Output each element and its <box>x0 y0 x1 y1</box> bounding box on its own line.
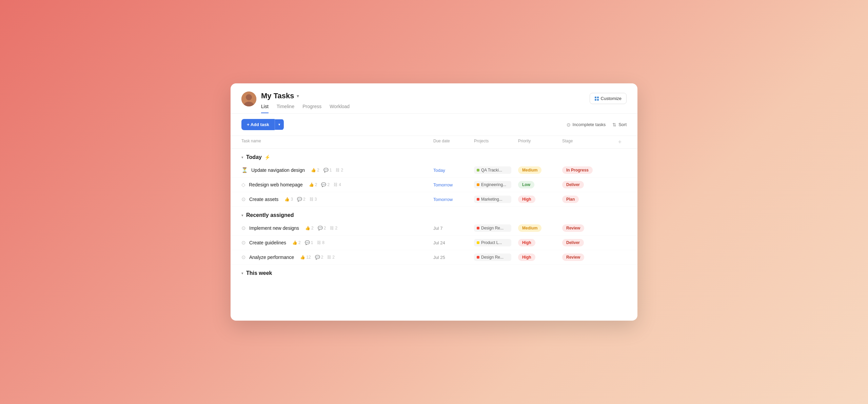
attachment-icon: ⛓ <box>336 168 340 173</box>
due-date-value: Tomorrow <box>433 197 453 202</box>
project-color-dot <box>477 183 479 186</box>
title-row: My Tasks ▾ <box>261 92 350 100</box>
task-name-cell: ⊙ Analyze performance 👍 12 💬 2 ⛓ 2 <box>241 254 433 260</box>
stage-badge: Review <box>562 224 584 232</box>
priority-cell: Medium <box>518 166 562 174</box>
stage-cell: Deliver <box>562 239 613 246</box>
attachment-icon: ⛓ <box>330 226 334 230</box>
tab-list[interactable]: List <box>261 104 269 113</box>
project-badge: Engineering... <box>474 181 511 188</box>
check-circle-icon: ⊙ <box>241 225 246 231</box>
add-task-button[interactable]: + Add task ▾ <box>241 119 284 130</box>
task-meta: 👍 2 💬 1 ⛓ 8 <box>292 240 324 245</box>
title-chevron-icon[interactable]: ▾ <box>297 93 299 99</box>
check-circle-icon: ⊙ <box>241 196 246 202</box>
toolbar-right: ⊙ Incomplete tasks ⇅ Sort <box>567 122 627 127</box>
task-name-cell: ⊙ Create assets 👍 3 💬 2 ⛓ 3 <box>241 196 433 202</box>
stage-badge: Deliver <box>562 239 584 246</box>
task-name-cell: ◇ Redesign web homepage 👍 2 💬 2 ⛓ 4 <box>241 182 433 188</box>
attachments-count: ⛓ 2 <box>336 168 343 173</box>
likes-count: 👍 2 <box>305 226 314 230</box>
tab-timeline[interactable]: Timeline <box>277 104 294 113</box>
task-row[interactable]: ⏳ Update navigation design 👍 2 💬 1 ⛓ 2 T… <box>231 163 637 178</box>
header-left: My Tasks ▾ List Timeline Progress Worklo… <box>241 92 350 113</box>
due-date-cell: Jul 24 <box>433 240 474 246</box>
add-task-dropdown-button[interactable]: ▾ <box>275 119 284 130</box>
task-name: Create guidelines <box>249 240 286 245</box>
sections-container: ▾ Today ⚡ ⏳ Update navigation design 👍 2… <box>231 149 637 279</box>
task-name: Create assets <box>249 197 278 202</box>
diamond-icon: ◇ <box>241 182 245 188</box>
customize-icon <box>595 97 599 101</box>
due-date-cell: Jul 25 <box>433 254 474 260</box>
section-this-week: ▾ This week <box>231 265 637 279</box>
task-name: Redesign web homepage <box>249 182 303 187</box>
due-date-cell: Tomorrow <box>433 196 474 202</box>
col-projects: Projects <box>474 139 518 146</box>
due-date-cell: Today <box>433 167 474 173</box>
project-name: Design Re... <box>481 226 504 230</box>
project-badge: Product L... <box>474 239 511 246</box>
thumbs-up-icon: 👍 <box>284 197 290 202</box>
sort-button[interactable]: ⇅ Sort <box>612 122 627 127</box>
section-toggle-today[interactable]: ▾ <box>241 155 243 160</box>
priority-cell: High <box>518 254 562 261</box>
stage-badge: In Progress <box>562 166 593 174</box>
tab-workload[interactable]: Workload <box>330 104 350 113</box>
priority-badge: Medium <box>518 166 541 174</box>
attachment-icon: ⛓ <box>327 255 331 260</box>
attachments-count: ⛓ 8 <box>317 240 324 245</box>
project-name: Product L... <box>481 240 502 245</box>
comments-count: 💬 2 <box>297 197 305 202</box>
task-row[interactable]: ⊙ Analyze performance 👍 12 💬 2 ⛓ 2 Jul 2… <box>231 250 637 265</box>
attachments-count: ⛓ 2 <box>330 226 337 230</box>
section-recently-assigned: ▾ Recently assigned ⊙ Implement new desi… <box>231 207 637 265</box>
task-row[interactable]: ⊙ Create guidelines 👍 2 💬 1 ⛓ 8 Jul 24 <box>231 236 637 250</box>
section-toggle-this-week[interactable]: ▾ <box>241 271 243 276</box>
incomplete-tasks-filter[interactable]: ⊙ Incomplete tasks <box>567 122 606 127</box>
task-name-cell: ⏳ Update navigation design 👍 2 💬 1 ⛓ 2 <box>241 167 433 173</box>
task-row[interactable]: ◇ Redesign web homepage 👍 2 💬 2 ⛓ 4 Tomo… <box>231 178 637 192</box>
project-badge: Design Re... <box>474 224 511 232</box>
customize-button[interactable]: Customize <box>590 93 627 104</box>
thumbs-up-icon: 👍 <box>311 168 316 173</box>
tab-progress[interactable]: Progress <box>302 104 321 113</box>
attachment-icon: ⛓ <box>317 240 321 245</box>
incomplete-tasks-icon: ⊙ <box>567 122 571 127</box>
section-toggle-recently-assigned[interactable]: ▾ <box>241 213 243 218</box>
project-name: Engineering... <box>481 182 506 187</box>
project-cell: Product L... <box>474 239 518 246</box>
task-row[interactable]: ⊙ Create assets 👍 3 💬 2 ⛓ 3 Tomorrow <box>231 192 637 207</box>
col-task-name: Task name <box>241 139 433 146</box>
check-circle-icon: ⊙ <box>241 240 246 246</box>
page-title: My Tasks <box>261 92 294 100</box>
comments-count: 💬 2 <box>321 182 330 187</box>
stage-badge: Plan <box>562 196 579 203</box>
hourglass-icon: ⏳ <box>241 167 248 173</box>
priority-badge: High <box>518 239 535 246</box>
stage-cell: Review <box>562 254 613 261</box>
due-date-value: Jul 7 <box>433 226 442 231</box>
task-row[interactable]: ⊙ Implement new designs 👍 2 💬 2 ⛓ 2 Jul … <box>231 221 637 236</box>
add-task-main-button[interactable]: + Add task <box>241 119 275 130</box>
thumbs-up-icon: 👍 <box>305 226 310 230</box>
section-title-today: Today <box>246 154 262 160</box>
project-color-dot <box>477 227 479 229</box>
comment-icon: 💬 <box>321 182 326 187</box>
add-column-button[interactable]: + <box>613 139 627 146</box>
comments-count: 💬 2 <box>315 255 323 260</box>
sort-icon: ⇅ <box>612 122 616 127</box>
section-header-today: ▾ Today ⚡ <box>231 149 637 163</box>
due-date-cell: Tomorrow <box>433 182 474 188</box>
attachments-count: ⛓ 2 <box>327 255 335 260</box>
col-priority: Priority <box>518 139 562 146</box>
priority-cell: Low <box>518 181 562 188</box>
col-stage: Stage <box>562 139 613 146</box>
tabs: List Timeline Progress Workload <box>261 104 350 113</box>
task-name: Analyze performance <box>249 255 294 260</box>
likes-count: 👍 2 <box>311 168 319 173</box>
task-meta: 👍 2 💬 2 ⛓ 2 <box>305 226 337 230</box>
customize-label: Customize <box>601 96 622 101</box>
project-cell: Engineering... <box>474 181 518 188</box>
due-date-value: Today <box>433 168 445 173</box>
